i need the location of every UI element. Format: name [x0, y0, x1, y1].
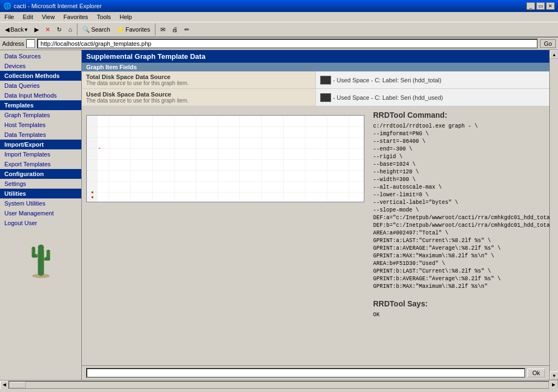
back-dropdown-icon: ▾: [25, 26, 28, 33]
rrdtool-command: c:/rrdtool/rrdtool.exe graph - \ --imgfo…: [373, 123, 549, 291]
form-label-used: Used Disk Space Data Source The data sou…: [82, 89, 316, 106]
sidebar-item-export-templates[interactable]: Export Templates: [0, 159, 81, 169]
back-icon: ◀: [5, 26, 9, 33]
edit-icon: ✏: [184, 26, 189, 33]
data-source-label-total: - Used Space - C: Label: Seri (hdd_total…: [333, 77, 442, 83]
bottom-input[interactable]: [86, 368, 525, 378]
horizontal-scrollbar: ◀ ▶: [0, 380, 558, 389]
mail-button[interactable]: ✉: [158, 25, 168, 35]
search-button[interactable]: 🔍 Search: [80, 25, 113, 35]
graph-svg: [87, 116, 364, 202]
rrdtool-says-title: RRDTool Says:: [373, 299, 549, 308]
sidebar: Data Sources Devices Collection Methods …: [0, 50, 82, 380]
two-col: ● ● RRDTool Command: c:/rrdtool/rrdtool.…: [82, 106, 549, 365]
sidebar-item-user-management[interactable]: User Management: [0, 208, 81, 218]
svg-rect-15: [87, 116, 364, 202]
svg-line-13: [36, 262, 38, 263]
data-source-btn-used[interactable]: [320, 93, 331, 102]
menu-bar: File Edit View Favorites Tools Help: [0, 12, 558, 22]
sidebar-item-import-templates[interactable]: Import Templates: [0, 149, 81, 159]
section-header: Graph Item Fields: [82, 63, 549, 71]
favorites-button[interactable]: ⭐ Favorites: [114, 25, 153, 35]
field-name-total: Total Disk Space Data Source: [86, 74, 311, 80]
edit-button[interactable]: ✏: [182, 25, 192, 35]
svg-rect-1: [38, 248, 44, 276]
main-layout: Data Sources Devices Collection Methods …: [0, 50, 558, 380]
sidebar-item-graph-templates[interactable]: Graph Templates: [0, 110, 81, 120]
menu-edit[interactable]: Edit: [21, 13, 35, 21]
h-scroll-track: [9, 381, 549, 389]
svg-rect-5: [46, 250, 50, 261]
print-icon: 🖨: [172, 26, 178, 33]
minimize-button[interactable]: _: [526, 2, 535, 10]
sidebar-item-configuration: Configuration: [0, 169, 81, 179]
form-row-used: Used Disk Space Data Source The data sou…: [82, 89, 549, 106]
sidebar-item-import-export: Import/Export: [0, 140, 81, 149]
cactus-image: [22, 234, 60, 278]
sidebar-item-data-templates[interactable]: Data Templates: [0, 130, 81, 140]
sidebar-item-settings[interactable]: Settings: [0, 179, 81, 189]
vertical-scrollbar: ▲ ▼: [549, 50, 558, 380]
toolbar: ◀ Back ▾ ▶ ✕ ↻ ⌂ 🔍 Search ⭐ Favorites ✉ …: [0, 22, 558, 38]
form-label-total: Total Disk Space Data Source The data so…: [82, 71, 316, 88]
sidebar-item-system-utilities[interactable]: System Utilities: [0, 198, 81, 208]
stop-button[interactable]: ✕: [43, 25, 53, 35]
data-source-btn-total[interactable]: [320, 76, 331, 85]
menu-tools[interactable]: Tools: [95, 13, 113, 21]
back-button[interactable]: ◀ Back ▾: [2, 25, 31, 35]
home-icon: ⌂: [68, 26, 72, 33]
window-title: cacti - Microsoft Internet Explorer: [14, 3, 101, 9]
address-bar: Address Go: [0, 38, 558, 50]
separator-2: [155, 23, 155, 35]
scroll-right-button[interactable]: ▶: [549, 381, 558, 389]
svg-rect-16: [87, 116, 98, 202]
page-icon: [26, 39, 35, 48]
form-area: Total Disk Space Data Source The data so…: [82, 71, 549, 106]
sidebar-item-templates: Templates: [0, 100, 81, 110]
bottom-input-row: Ok: [82, 365, 549, 380]
forward-button[interactable]: ▶: [32, 25, 41, 35]
ok-button[interactable]: Ok: [527, 369, 545, 377]
refresh-button[interactable]: ↻: [54, 25, 64, 35]
menu-help[interactable]: Help: [117, 13, 134, 21]
graph-panel: ● ●: [82, 106, 369, 365]
rrdtool-says-value: OK: [373, 311, 549, 319]
sidebar-section-main: Data Sources Devices Collection Methods …: [0, 50, 81, 229]
content-area: Supplemental Graph Template Data Graph I…: [82, 50, 549, 380]
field-desc-total: The data source to use for this graph it…: [86, 80, 311, 86]
forward-icon: ▶: [34, 26, 39, 33]
go-button[interactable]: Go: [540, 39, 556, 48]
mail-icon: ✉: [160, 26, 165, 33]
form-row-total: Total Disk Space Data Source The data so…: [82, 71, 549, 89]
svg-line-14: [44, 264, 45, 265]
menu-favorites[interactable]: Favorites: [61, 13, 90, 21]
home-button[interactable]: ⌂: [65, 25, 75, 34]
sidebar-item-data-input-methods[interactable]: Data Input Methods: [0, 91, 81, 100]
sidebar-item-devices[interactable]: Devices: [0, 61, 81, 71]
sidebar-item-host-templates[interactable]: Host Templates: [0, 120, 81, 130]
h-scroll-thumb[interactable]: [9, 382, 26, 388]
sidebar-item-collection-methods: Collection Methods: [0, 71, 81, 81]
scroll-left-button[interactable]: ◀: [0, 381, 9, 389]
maximize-button[interactable]: ▭: [536, 2, 545, 10]
svg-point-6: [38, 244, 44, 250]
menu-file[interactable]: File: [2, 13, 16, 21]
print-button[interactable]: 🖨: [169, 25, 181, 34]
sidebar-item-logout-user[interactable]: Logout User: [0, 218, 81, 228]
svg-rect-3: [32, 246, 35, 257]
scroll-track: [550, 59, 558, 371]
address-input[interactable]: [37, 39, 538, 49]
page-title: Supplemental Graph Template Data: [86, 52, 206, 61]
app-icon: 🌐: [3, 2, 11, 10]
sidebar-item-data-queries[interactable]: Data Queries: [0, 81, 81, 91]
scroll-up-button[interactable]: ▲: [550, 50, 558, 59]
menu-view[interactable]: View: [40, 13, 57, 21]
graph-legend: ● ●: [91, 190, 94, 200]
close-button[interactable]: ✕: [546, 2, 555, 10]
separator-1: [77, 23, 77, 35]
section-title: Graph Item Fields: [86, 64, 137, 70]
sidebar-item-data-sources[interactable]: Data Sources: [0, 51, 81, 61]
scroll-down-button[interactable]: ▼: [550, 371, 558, 380]
content-header: Supplemental Graph Template Data: [82, 50, 549, 63]
field-desc-used: The data source to use for this graph it…: [86, 98, 311, 104]
